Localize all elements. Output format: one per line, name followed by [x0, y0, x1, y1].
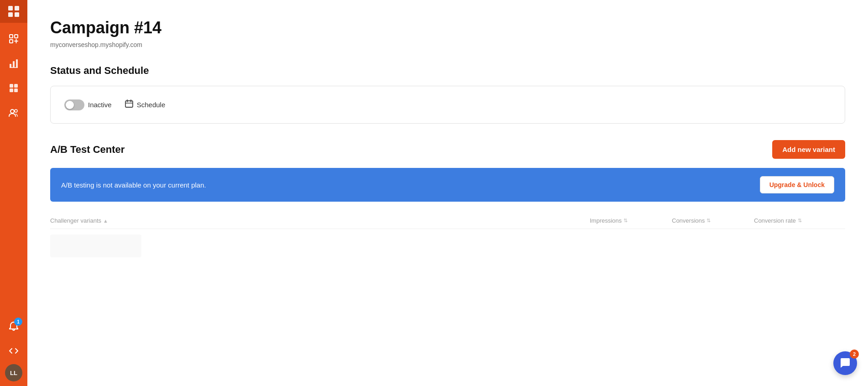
- col-conversions-label: Conversions: [672, 217, 705, 224]
- status-row: Inactive Schedule: [64, 99, 831, 110]
- calendar-icon: [125, 99, 134, 110]
- page-title: Campaign #14: [50, 18, 845, 37]
- ab-table-header: Challenger variants ▲ Impressions ⇅ Conv…: [50, 213, 845, 229]
- svg-rect-11: [14, 84, 18, 88]
- sidebar-bell-button[interactable]: 1: [2, 315, 25, 338]
- sort-icon-impressions: ⇅: [624, 218, 628, 224]
- upgrade-unlock-button[interactable]: Upgrade & Unlock: [760, 176, 834, 193]
- ab-test-header: A/B Test Center Add new variant: [50, 140, 845, 159]
- user-avatar[interactable]: LL: [5, 364, 22, 381]
- schedule-button[interactable]: Schedule: [125, 99, 166, 110]
- svg-rect-16: [125, 101, 133, 107]
- svg-rect-8: [13, 61, 15, 68]
- svg-rect-12: [10, 89, 13, 92]
- svg-point-14: [10, 110, 14, 113]
- sidebar-item-users[interactable]: [2, 101, 25, 124]
- add-variant-button[interactable]: Add new variant: [772, 140, 845, 159]
- sort-icon-conversion-rate: ⇅: [798, 218, 802, 224]
- sidebar-code-button[interactable]: [2, 339, 25, 362]
- toggle-track[interactable]: [64, 99, 84, 110]
- svg-rect-4: [10, 35, 13, 38]
- status-schedule-card: Inactive Schedule: [50, 86, 845, 124]
- svg-rect-3: [15, 12, 19, 17]
- chat-fab-button[interactable]: 2: [833, 351, 857, 375]
- svg-rect-13: [14, 89, 18, 92]
- sidebar-item-grid[interactable]: [2, 77, 25, 99]
- notification-badge: 1: [14, 318, 22, 326]
- ab-test-banner: A/B testing is not available on your cur…: [50, 168, 845, 202]
- svg-rect-1: [15, 6, 19, 10]
- sidebar: 1 LL: [0, 0, 27, 386]
- status-section-title: Status and Schedule: [50, 65, 845, 77]
- svg-rect-5: [15, 35, 18, 38]
- sidebar-nav: [2, 23, 25, 315]
- page-subtitle: myconverseshop.myshopify.com: [50, 41, 845, 48]
- svg-rect-7: [10, 64, 11, 68]
- sort-icon-conversions: ⇅: [707, 218, 711, 224]
- ab-banner-text: A/B testing is not available on your cur…: [61, 181, 206, 189]
- col-conversions[interactable]: Conversions ⇅: [672, 217, 754, 224]
- col-conversion-rate[interactable]: Conversion rate ⇅: [754, 217, 845, 224]
- col-impressions[interactable]: Impressions ⇅: [590, 217, 672, 224]
- col-conversion-rate-label: Conversion rate: [754, 217, 796, 224]
- svg-point-15: [15, 110, 17, 112]
- status-toggle[interactable]: Inactive: [64, 99, 112, 110]
- svg-rect-0: [8, 6, 13, 10]
- sort-icon-challengers: ▲: [103, 218, 108, 224]
- svg-rect-10: [10, 84, 13, 88]
- svg-rect-6: [10, 40, 13, 43]
- main-content: Campaign #14 myconverseshop.myshopify.co…: [27, 0, 868, 386]
- sidebar-bottom: 1 LL: [2, 315, 25, 386]
- sidebar-item-analytics[interactable]: [2, 52, 25, 75]
- schedule-label: Schedule: [137, 101, 166, 109]
- svg-rect-2: [8, 12, 13, 17]
- col-impressions-label: Impressions: [590, 217, 622, 224]
- col-challenger-variants[interactable]: Challenger variants ▲: [50, 217, 590, 224]
- ab-test-title: A/B Test Center: [50, 144, 125, 156]
- col-challenger-label: Challenger variants: [50, 217, 101, 224]
- toggle-thumb: [66, 101, 74, 109]
- sidebar-logo[interactable]: [0, 0, 27, 23]
- toggle-label: Inactive: [88, 101, 112, 109]
- sidebar-item-dashboard[interactable]: [2, 27, 25, 50]
- table-row-placeholder: [50, 235, 141, 257]
- svg-rect-9: [16, 59, 18, 68]
- chat-badge: 2: [850, 349, 859, 359]
